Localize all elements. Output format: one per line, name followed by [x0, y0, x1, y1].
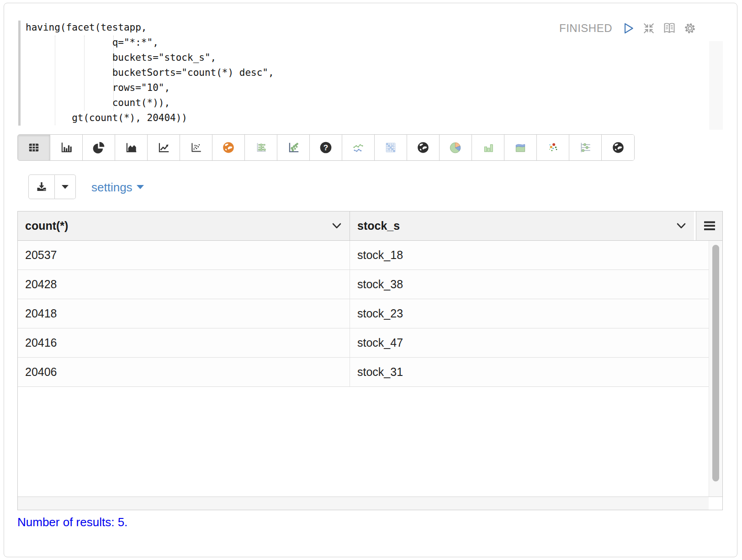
download-icon [35, 180, 48, 193]
settings-link[interactable]: settings [91, 180, 144, 195]
viz-button-punchcard[interactable] [245, 135, 277, 160]
horizontal-scrollbar-track[interactable] [18, 497, 722, 510]
globe-dark-icon [611, 141, 625, 154]
caret-down-icon [62, 185, 69, 189]
viz-button-globe-2[interactable] [602, 135, 634, 160]
cell-stock: stock_23 [350, 299, 709, 328]
viz-button-scatter-chart[interactable] [180, 135, 212, 160]
play-icon [621, 21, 635, 35]
cell-count: 20537 [18, 241, 350, 269]
table-body: 20537 stock_18 20428 stock_38 20418 stoc… [18, 241, 722, 497]
cell-stock: stock_31 [350, 358, 709, 386]
download-button[interactable] [28, 174, 55, 199]
cell-stock: stock_18 [350, 241, 709, 269]
svg-text:?: ? [323, 143, 328, 152]
globe-orange-icon [222, 141, 235, 154]
table-row[interactable]: 20416 stock_47 [18, 328, 709, 358]
sliders-icon [578, 141, 592, 154]
viz-button-bar-chart[interactable] [50, 135, 83, 160]
toggle-editor-button[interactable] [662, 21, 677, 36]
multi-line-chart-icon [351, 141, 365, 154]
area-chart-colored-icon [514, 141, 527, 154]
viz-button-sliders[interactable] [569, 135, 602, 160]
pie-chart-icon [92, 141, 106, 154]
download-button-group [28, 174, 76, 199]
viz-button-line-chart[interactable] [148, 135, 180, 160]
viz-button-pie-colored[interactable] [440, 135, 472, 160]
paragraph-status: FINISHED [559, 22, 612, 35]
column-header-stock[interactable]: stock_s [350, 211, 694, 240]
scatter-colored-icon [546, 141, 560, 154]
bar-chart-icon [59, 141, 73, 154]
pie-chart-colored-icon [449, 141, 462, 154]
chevron-down-icon[interactable] [331, 222, 342, 229]
cell-count: 20418 [18, 299, 350, 328]
bubble-chart-icon [286, 141, 300, 154]
vertical-scrollbar-thumb[interactable] [712, 245, 719, 481]
table-header-row: count(*) stock_s [18, 211, 722, 241]
run-paragraph-button[interactable] [621, 21, 636, 36]
toggle-editor-book-icon [662, 21, 677, 36]
column-header-count[interactable]: count(*) [18, 211, 350, 240]
table-icon [27, 141, 41, 154]
cell-stock: stock_38 [350, 270, 709, 299]
editor-gutter-bar [18, 21, 21, 126]
cell-stock: stock_47 [350, 328, 709, 357]
compress-icon [642, 21, 656, 35]
viz-button-scatter-colored[interactable] [537, 135, 569, 160]
area-chart-icon [124, 141, 138, 154]
paragraph-controls: FINISHED [559, 21, 697, 36]
viz-button-help[interactable]: ? [310, 135, 342, 160]
viz-button-multi-line-chart[interactable] [342, 135, 375, 160]
vertical-scrollbar-track[interactable] [709, 241, 722, 497]
table-row[interactable]: 20418 stock_23 [18, 299, 709, 328]
chevron-down-icon[interactable] [676, 222, 687, 229]
hamburger-menu-icon [703, 221, 716, 231]
viz-button-pie-chart[interactable] [83, 135, 115, 160]
viz-button-area-chart[interactable] [115, 135, 148, 160]
visualization-toolbar: ? [17, 134, 635, 161]
bar-chart-colored-icon [481, 141, 495, 154]
download-options-button[interactable] [55, 174, 76, 199]
editor-scrollbar-track[interactable] [709, 41, 723, 130]
cell-count: 20416 [18, 328, 350, 357]
viz-button-table[interactable] [18, 135, 50, 160]
viz-button-heatmap[interactable] [375, 135, 407, 160]
settings-label: settings [91, 180, 132, 195]
table-menu-button[interactable] [696, 211, 722, 240]
help-icon: ? [319, 141, 333, 154]
code-editor[interactable]: having(facet(testapp, q="*:*", buckets="… [26, 20, 274, 126]
viz-button-area-colored[interactable] [504, 135, 537, 160]
globe-dark-icon [416, 141, 430, 154]
line-chart-icon [157, 141, 170, 154]
result-table: count(*) stock_s 20537 stock_1 [17, 211, 723, 510]
results-count-text: Number of results: 5. [17, 515, 127, 529]
table-row[interactable]: 20406 stock_31 [18, 358, 709, 387]
scatter-chart-icon [189, 141, 203, 154]
viz-button-bubble-chart[interactable] [277, 135, 310, 160]
viz-button-map[interactable] [212, 135, 245, 160]
paragraph-settings-button[interactable] [683, 21, 697, 36]
gear-icon [683, 21, 697, 36]
column-header-label: count(*) [25, 219, 68, 232]
scrollbar-corner [709, 497, 722, 510]
table-row[interactable]: 20428 stock_38 [18, 270, 709, 299]
heatmap-chart-icon [384, 141, 398, 154]
viz-button-bar-colored[interactable] [472, 135, 504, 160]
collapse-paragraph-button[interactable] [641, 21, 656, 36]
table-row[interactable]: 20537 stock_18 [18, 241, 709, 270]
cell-count: 20406 [18, 358, 350, 386]
viz-button-globe[interactable] [407, 135, 440, 160]
cell-count: 20428 [18, 270, 350, 299]
column-header-label: stock_s [357, 219, 400, 232]
caret-down-icon [137, 185, 144, 190]
punchcard-chart-icon [254, 141, 268, 154]
